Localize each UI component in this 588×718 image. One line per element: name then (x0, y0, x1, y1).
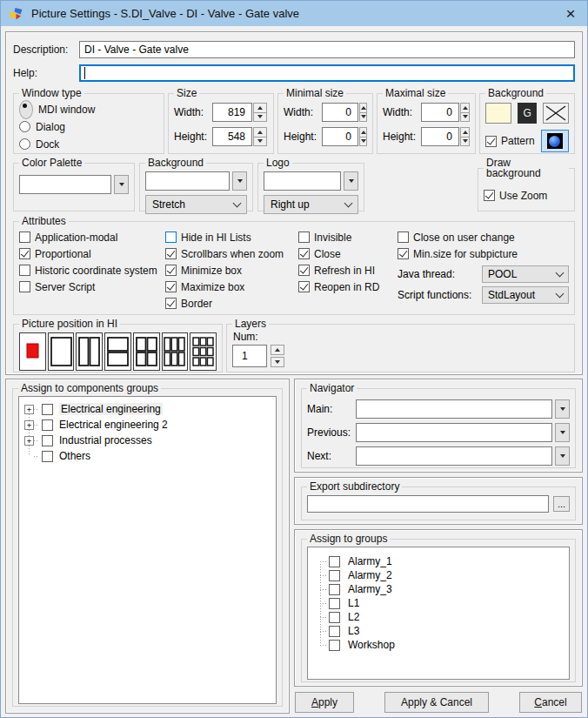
spin-down-icon[interactable] (360, 137, 366, 146)
logo-position-select[interactable]: Right up (264, 195, 358, 214)
expand-icon[interactable]: + (24, 436, 34, 446)
checkbox-maximize-box[interactable]: Maximize box (165, 278, 298, 295)
tree-checkbox[interactable] (329, 570, 340, 581)
checkbox-scrollbars-when-zoom[interactable]: Scrollbars when zoom (165, 245, 298, 262)
checkbox-reopen-in-rd[interactable]: Reopen in RD (298, 278, 398, 295)
maximal-width-input[interactable] (421, 103, 459, 122)
no-color-button[interactable] (543, 103, 569, 124)
spin-up-icon[interactable] (254, 128, 266, 137)
tree-item-electrical-engineering[interactable]: + Electrical engineering (24, 401, 274, 417)
tree-item-electrical-engineering-2[interactable]: + Electrical engineering 2 (24, 417, 274, 433)
checkbox-close[interactable]: Close (298, 245, 398, 262)
spin-up-icon[interactable] (254, 104, 266, 112)
spin-up-icon[interactable] (360, 128, 366, 137)
tree-checkbox[interactable] (42, 419, 53, 431)
close-icon[interactable]: × (561, 5, 580, 23)
dropdown-arrow-icon[interactable] (555, 446, 570, 466)
tree-checkbox[interactable] (329, 612, 340, 623)
tree-item-alarmy-3[interactable]: Alarmy_3 (311, 582, 567, 596)
tree-checkbox[interactable] (42, 404, 53, 415)
tree-item-l3[interactable]: L3 (311, 624, 567, 638)
dropdown-arrow-icon[interactable] (114, 175, 129, 194)
tree-item-l2[interactable]: L2 (311, 610, 567, 624)
assign-groups-tree[interactable]: Alarmy_1 Alarmy_2 Alarmy_3 (307, 547, 570, 680)
spin-down-icon[interactable] (461, 112, 469, 122)
tree-checkbox[interactable] (329, 640, 340, 651)
background-image-input[interactable] (145, 171, 230, 191)
checkbox-border[interactable]: Border (165, 295, 298, 312)
spin-down-icon[interactable] (254, 137, 266, 146)
expand-icon[interactable]: + (24, 405, 34, 414)
export-subdirectory-input[interactable] (307, 495, 549, 513)
navigator-previous-input[interactable] (356, 423, 552, 442)
dropdown-arrow-icon[interactable] (555, 399, 570, 419)
size-height-input[interactable] (212, 127, 252, 146)
layers-num-input[interactable] (232, 345, 267, 367)
spin-up-icon[interactable] (461, 104, 469, 112)
pattern-preview-button[interactable] (541, 130, 569, 152)
apply-and-cancel-button[interactable]: Apply & Cancel (384, 692, 489, 713)
dropdown-arrow-icon[interactable] (555, 423, 570, 442)
help-input[interactable] (79, 64, 575, 82)
picture-position-grid-3x2-button[interactable] (162, 332, 189, 371)
use-zoom-checkbox[interactable]: Use Zoom (484, 187, 569, 204)
checkbox-minimize-box[interactable]: Minimize box (165, 262, 298, 278)
checkbox-refresh-in-hi[interactable]: Refresh in HI (298, 262, 398, 278)
picture-position-grid-2x2-button[interactable] (133, 332, 160, 371)
maximal-height-input[interactable] (421, 127, 459, 146)
spin-up-icon[interactable] (461, 128, 469, 137)
navigator-main-input[interactable] (356, 399, 552, 419)
tree-item-l1[interactable]: L1 (311, 596, 567, 610)
cancel-button[interactable]: Cancel (519, 692, 582, 713)
tree-checkbox[interactable] (329, 598, 340, 609)
browse-button[interactable]: ... (553, 496, 570, 512)
tree-item-industrial-processes[interactable]: + Industrial processes (24, 433, 274, 448)
tree-item-workshop[interactable]: Workshop (311, 638, 567, 652)
picture-position-grid-3x3-button[interactable] (190, 332, 217, 371)
dropdown-arrow-icon[interactable] (344, 171, 358, 191)
minimal-width-input[interactable] (322, 103, 358, 122)
logo-input[interactable] (264, 171, 341, 191)
size-width-input[interactable] (212, 103, 252, 122)
pattern-checkbox[interactable]: Pattern (485, 133, 535, 150)
java-thread-select[interactable]: POOL (482, 265, 569, 283)
picture-position-2cols-button[interactable] (76, 332, 103, 371)
background-color-swatch[interactable] (485, 103, 511, 124)
spin-up-icon[interactable] (271, 345, 284, 355)
checkbox-historic-coordinate-system[interactable]: Historic coordinate system (19, 262, 165, 278)
script-functions-select[interactable]: StdLayout (482, 286, 569, 304)
spin-up-icon[interactable] (360, 104, 366, 112)
background-mode-select[interactable]: Stretch (145, 195, 247, 214)
spin-down-icon[interactable] (461, 137, 469, 146)
picture-position-full-button[interactable] (48, 332, 75, 371)
tree-item-others[interactable]: Others (24, 448, 274, 464)
spin-down-icon[interactable] (271, 357, 284, 367)
spin-down-icon[interactable] (254, 112, 266, 122)
apply-button[interactable]: Apply (295, 692, 354, 713)
gradient-button[interactable]: G (518, 103, 537, 124)
checkbox-application-modal[interactable]: Application-modal (19, 229, 165, 245)
radio-mdi-window[interactable]: MDI window (19, 101, 158, 117)
color-palette-input[interactable] (19, 175, 111, 194)
tree-checkbox[interactable] (42, 451, 53, 462)
radio-dialog[interactable]: Dialog (19, 118, 158, 135)
tree-checkbox[interactable] (329, 626, 340, 637)
tree-item-alarmy-1[interactable]: Alarmy_1 (311, 554, 567, 568)
picture-position-current-button[interactable] (19, 332, 46, 371)
tree-checkbox[interactable] (42, 435, 53, 446)
spin-down-icon[interactable] (360, 112, 366, 122)
checkbox-close-on-user-change[interactable]: Close on user change (398, 229, 569, 245)
expand-icon[interactable]: + (24, 420, 34, 430)
checkbox-invisible[interactable]: Invisible (298, 229, 398, 245)
navigator-next-input[interactable] (356, 446, 552, 466)
tree-checkbox[interactable] (329, 556, 340, 567)
dropdown-arrow-icon[interactable] (232, 171, 247, 191)
minimal-height-input[interactable] (322, 127, 358, 146)
radio-dock[interactable]: Dock (19, 136, 158, 152)
tree-checkbox[interactable] (329, 584, 340, 595)
components-groups-tree[interactable]: + Electrical engineering + Electrical en… (18, 396, 277, 704)
checkbox-min-size-for-subpicture[interactable]: Min.size for subpicture (398, 245, 569, 262)
checkbox-server-script[interactable]: Server Script (19, 278, 165, 295)
checkbox-proportional[interactable]: Proportional (19, 245, 165, 262)
tree-item-alarmy-2[interactable]: Alarmy_2 (311, 568, 567, 582)
